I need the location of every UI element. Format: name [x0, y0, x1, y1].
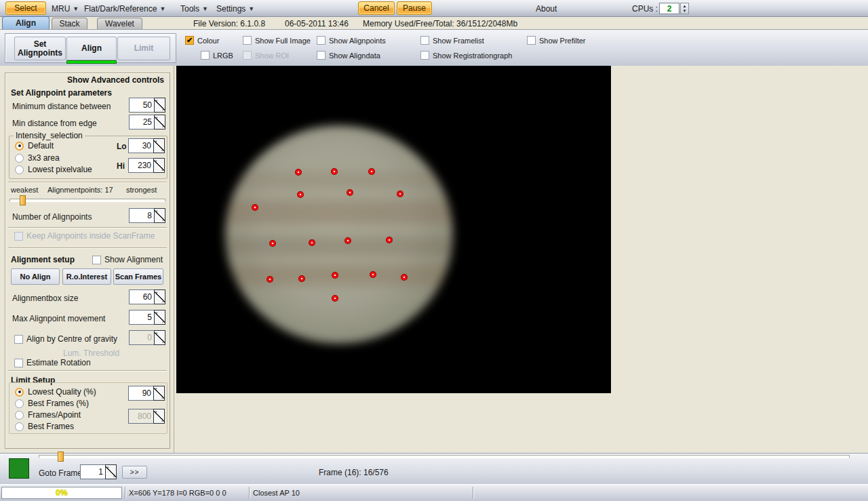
lum-threshold-spinner[interactable]: ↑↓: [129, 330, 165, 345]
min-edge-input[interactable]: [129, 115, 154, 129]
align-point[interactable]: [298, 192, 303, 197]
align-point[interactable]: [267, 277, 273, 282]
align-point[interactable]: [332, 169, 337, 174]
frame-slider-thumb[interactable]: [58, 452, 64, 462]
align-point[interactable]: [252, 205, 258, 210]
lowest-quality-input[interactable]: [128, 386, 153, 401]
checkbox-show-registrationgraph[interactable]: Show Registrationgraph: [420, 51, 512, 60]
no-align-button[interactable]: No Align: [11, 268, 60, 285]
spinner-buttons[interactable]: ↑↓: [154, 289, 165, 304]
select-button[interactable]: Select: [5, 1, 46, 15]
tab-wavelet[interactable]: Wavelet: [97, 18, 142, 29]
spinner-buttons[interactable]: ↑↓: [154, 310, 165, 325]
set-alignpoints-button[interactable]: Set Alignpoints: [14, 37, 66, 60]
checkbox-colour[interactable]: Colour: [185, 36, 219, 45]
spinner-buttons[interactable]: ↑↓: [154, 115, 165, 129]
spinner-buttons[interactable]: ↑↓: [153, 138, 165, 153]
align-point[interactable]: [387, 237, 392, 243]
spinner-buttons[interactable]: ↑↓: [153, 158, 165, 173]
strength-slider-thumb[interactable]: [20, 195, 26, 205]
align-point[interactable]: [332, 296, 338, 301]
up-arrow-icon: ↑: [155, 386, 157, 393]
checkbox-show-alignpoints[interactable]: Show Alignpoints: [317, 36, 386, 45]
number-of-alignpoints-input[interactable]: [129, 208, 154, 223]
align-button[interactable]: Align: [66, 37, 117, 60]
radio-lowest-quality[interactable]: Lowest Quality (%): [15, 387, 96, 397]
checkbox-keep-alignpoints[interactable]: Keep Alignpoints inside ScanFrame: [14, 231, 155, 241]
menu-about[interactable]: About: [533, 0, 559, 17]
checkbox-show-framelist[interactable]: Show Framelist: [420, 36, 484, 45]
min-edge-spinner[interactable]: ↑↓: [129, 115, 165, 129]
limit-button[interactable]: Limit: [117, 37, 170, 60]
hi-spinner[interactable]: ↑↓: [128, 158, 165, 173]
menu-tools[interactable]: Tools▼: [178, 0, 211, 17]
checkbox-show-roi[interactable]: Show ROI: [243, 51, 289, 60]
alignmentbox-size-input[interactable]: [129, 289, 154, 304]
align-point[interactable]: [299, 276, 304, 281]
spinner-buttons[interactable]: ↑↓: [154, 98, 165, 113]
frame-slider-track[interactable]: [39, 455, 850, 458]
scan-frames-button[interactable]: Scan Frames: [113, 268, 163, 285]
align-point[interactable]: [332, 273, 338, 278]
checkbox-lrgb[interactable]: LRGB: [201, 51, 233, 60]
align-point[interactable]: [401, 275, 407, 280]
hi-input[interactable]: [128, 158, 153, 173]
spinner-buttons[interactable]: ↑↓: [153, 409, 165, 424]
checkbox-show-prefilter[interactable]: Show Prefilter: [527, 36, 585, 45]
min-distance-spinner[interactable]: ↑↓: [129, 98, 165, 113]
tab-align[interactable]: Align: [2, 16, 50, 29]
cpus-value-field[interactable]: 2: [659, 3, 679, 14]
max-alignpoint-movement-label: Max Alignpoint movement: [12, 314, 105, 323]
max-alignpoint-movement-input[interactable]: [129, 310, 154, 325]
lowest-quality-spinner[interactable]: ↑↓: [128, 386, 165, 401]
panel-splitter[interactable]: [174, 66, 174, 453]
lo-input[interactable]: [128, 138, 153, 153]
radio-lowest-pixelvalue[interactable]: Lowest pixelvalue: [15, 165, 92, 174]
radio-3x3-area[interactable]: 3x3 area: [15, 153, 60, 163]
spinner-buttons[interactable]: ↑↓: [153, 386, 165, 401]
spinner-buttons[interactable]: ↑↓: [105, 464, 117, 479]
spinner-buttons[interactable]: ↑↓: [154, 208, 165, 223]
advance-frame-button[interactable]: >>: [122, 466, 147, 479]
best-frames-input[interactable]: [128, 409, 153, 424]
align-point[interactable]: [370, 272, 376, 277]
max-alignpoint-movement-spinner[interactable]: ↑↓: [129, 310, 165, 325]
number-of-alignpoints-spinner[interactable]: ↑↓: [129, 208, 165, 223]
checkbox-show-full-image[interactable]: Show Full Image: [243, 36, 311, 45]
cancel-button[interactable]: Cancel: [358, 1, 395, 15]
lum-threshold-input[interactable]: [129, 330, 154, 345]
align-point[interactable]: [270, 241, 275, 246]
checkbox-align-centre-gravity[interactable]: Align by Centre of gravity: [14, 334, 117, 344]
align-point[interactable]: [309, 240, 315, 245]
roi-button[interactable]: R.o.Interest: [62, 268, 111, 285]
cpus-spinner[interactable]: ▲▼: [680, 3, 689, 14]
radio-default[interactable]: Default: [15, 141, 54, 151]
pause-button[interactable]: Pause: [397, 1, 432, 15]
goto-frame-spinner[interactable]: ↑↓: [80, 464, 117, 479]
radio-icon: [15, 422, 24, 431]
show-advanced-controls-toggle[interactable]: Show Advanced controls: [5, 75, 170, 85]
checkbox-show-aligndata[interactable]: Show Aligndata: [317, 51, 380, 60]
goto-frame-input[interactable]: [80, 464, 105, 479]
align-point[interactable]: [397, 191, 403, 197]
lo-spinner[interactable]: ↑↓: [128, 138, 165, 153]
radio-best-frames[interactable]: Best Frames: [15, 422, 74, 431]
align-point[interactable]: [296, 169, 301, 175]
menu-settings[interactable]: Settings▼: [214, 0, 257, 17]
radio-frames-apoint[interactable]: Frames/Apoint: [15, 410, 81, 420]
radio-best-frames-pct[interactable]: Best Frames (%): [15, 399, 89, 408]
align-point[interactable]: [369, 169, 374, 174]
menu-mru[interactable]: MRU▼: [49, 0, 81, 17]
tab-stack[interactable]: Stack: [52, 18, 87, 29]
align-point[interactable]: [345, 238, 351, 243]
alignmentbox-size-spinner[interactable]: ↑↓: [129, 289, 165, 304]
image-canvas[interactable]: [176, 66, 611, 393]
spinner-buttons[interactable]: ↑↓: [154, 330, 165, 345]
min-distance-input[interactable]: [129, 98, 154, 113]
strength-slider-track[interactable]: [9, 199, 165, 202]
checkbox-show-alignment[interactable]: Show Alignment: [92, 255, 163, 264]
checkbox-estimate-rotation[interactable]: Estimate Rotation: [14, 358, 91, 367]
menu-flat-dark-reference[interactable]: Flat/Dark/Reference▼: [81, 0, 168, 17]
best-frames-spinner[interactable]: ↑↓: [128, 409, 165, 424]
align-point[interactable]: [347, 190, 353, 195]
